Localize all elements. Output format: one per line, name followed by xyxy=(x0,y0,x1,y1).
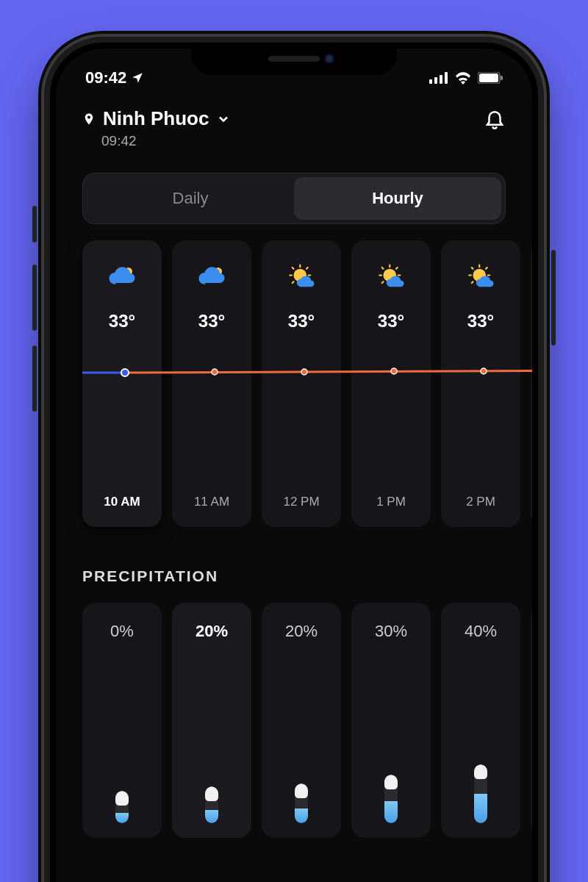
precipitation-percentage: 20% xyxy=(196,622,228,641)
svg-line-16 xyxy=(293,282,294,283)
hour-temperature: 33° xyxy=(467,311,494,331)
weather-condition-icon xyxy=(465,262,496,293)
precipitation-scroll[interactable]: 0%20%20%30%40% xyxy=(56,603,532,838)
hour-time-label: 10 AM xyxy=(104,495,140,509)
hour-time-label: 2 PM xyxy=(466,495,495,509)
status-time: 09:42 xyxy=(85,68,126,87)
precipitation-percentage: 30% xyxy=(375,622,407,641)
svg-rect-5 xyxy=(479,74,498,82)
hour-card[interactable]: 33°10 AM xyxy=(82,240,162,527)
svg-rect-2 xyxy=(440,75,442,84)
phone-power-button xyxy=(551,250,556,345)
phone-volume-up xyxy=(32,265,37,331)
precipitation-percentage: 40% xyxy=(465,622,497,641)
svg-line-26 xyxy=(396,268,398,269)
app-screen: 09:42 Ninh Ph xyxy=(56,49,532,882)
hourly-forecast-scroll[interactable]: 33°10 AM33°11 AM33°12 PM33°1 PM33°2 PM33… xyxy=(56,240,532,527)
notifications-bell-icon[interactable] xyxy=(484,107,506,129)
hour-time-label: 11 AM xyxy=(194,495,229,509)
svg-line-34 xyxy=(472,282,473,283)
hour-time-label: 12 PM xyxy=(283,495,319,509)
precipitation-card[interactable]: 20% xyxy=(262,603,341,838)
phone-mute-switch xyxy=(32,206,37,243)
hour-card[interactable]: 33°3 PM xyxy=(531,240,532,527)
phone-frame: 09:42 Ninh Ph xyxy=(44,37,544,882)
precipitation-card[interactable]: 30% xyxy=(351,603,431,838)
forecast-tabs: Daily Hourly xyxy=(82,173,506,224)
svg-rect-6 xyxy=(501,76,503,80)
phone-speaker xyxy=(268,56,320,62)
svg-line-23 xyxy=(382,268,384,269)
precipitation-gauge xyxy=(115,791,129,823)
weather-condition-icon xyxy=(376,262,406,293)
tab-hourly[interactable]: Hourly xyxy=(294,177,501,220)
svg-line-25 xyxy=(382,282,384,283)
app-header: Ninh Phuoc 09:42 xyxy=(56,93,532,157)
gauge-fill xyxy=(205,810,218,823)
precipitation-card[interactable]: 0% xyxy=(82,603,162,838)
precipitation-gauge xyxy=(295,784,308,823)
hour-card[interactable]: 33°11 AM xyxy=(172,240,251,527)
precipitation-card[interactable]: 40% xyxy=(441,603,520,838)
chevron-down-icon xyxy=(216,112,231,126)
gauge-cap xyxy=(474,764,487,779)
precipitation-percentage: 0% xyxy=(110,622,134,641)
weather-condition-icon xyxy=(286,262,317,293)
pin-icon xyxy=(82,111,96,127)
cellular-signal-icon xyxy=(429,72,448,84)
phone-notch xyxy=(191,43,397,75)
hour-card[interactable]: 33°2 PM xyxy=(441,240,520,527)
location-name: Ninh Phuoc xyxy=(103,107,209,130)
gauge-fill xyxy=(474,794,487,823)
location-services-icon xyxy=(131,71,144,85)
svg-line-35 xyxy=(486,268,487,269)
gauge-cap xyxy=(384,775,398,789)
location-local-time: 09:42 xyxy=(101,133,231,149)
battery-icon xyxy=(478,72,503,84)
weather-condition-icon xyxy=(196,262,227,293)
precipitation-percentage: 20% xyxy=(285,622,318,641)
hour-temperature: 33° xyxy=(288,311,315,331)
hour-card[interactable]: 33°1 PM xyxy=(351,240,431,527)
svg-rect-0 xyxy=(429,79,432,84)
gauge-fill xyxy=(295,808,308,823)
hour-time-label: 1 PM xyxy=(376,495,406,509)
gauge-cap xyxy=(205,786,218,801)
svg-line-14 xyxy=(293,268,294,269)
weather-condition-icon xyxy=(107,262,137,293)
hour-temperature: 33° xyxy=(378,311,404,331)
svg-rect-1 xyxy=(434,77,437,84)
precipitation-section-title: PRECIPITATION xyxy=(56,527,532,603)
phone-volume-down xyxy=(32,345,37,412)
hour-temperature: 33° xyxy=(198,311,225,331)
svg-line-32 xyxy=(472,268,473,269)
svg-line-17 xyxy=(306,268,308,269)
gauge-fill xyxy=(115,813,129,823)
wifi-icon xyxy=(454,71,472,85)
precipitation-gauge xyxy=(474,764,487,823)
gauge-cap xyxy=(295,784,308,798)
svg-rect-3 xyxy=(445,72,448,84)
hour-temperature: 33° xyxy=(109,311,135,331)
gauge-cap xyxy=(115,791,129,806)
precipitation-gauge xyxy=(384,775,398,823)
hour-card[interactable]: 33°12 PM xyxy=(262,240,341,527)
precipitation-card[interactable]: 20% xyxy=(172,603,251,838)
precipitation-card[interactable] xyxy=(531,603,532,838)
phone-camera xyxy=(324,54,334,64)
precipitation-gauge xyxy=(205,786,218,823)
location-selector[interactable]: Ninh Phuoc xyxy=(82,107,231,130)
gauge-fill xyxy=(384,801,398,823)
tab-daily[interactable]: Daily xyxy=(87,177,294,220)
